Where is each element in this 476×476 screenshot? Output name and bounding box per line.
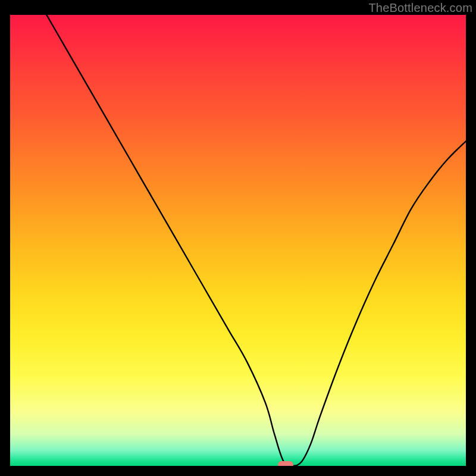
bottleneck-curve [46,15,466,466]
minimum-marker [278,461,293,466]
chart-frame: TheBottleneck.com [0,0,476,476]
watermark-text: TheBottleneck.com [368,1,472,15]
plot-area [10,15,466,466]
curve-layer [10,15,466,466]
